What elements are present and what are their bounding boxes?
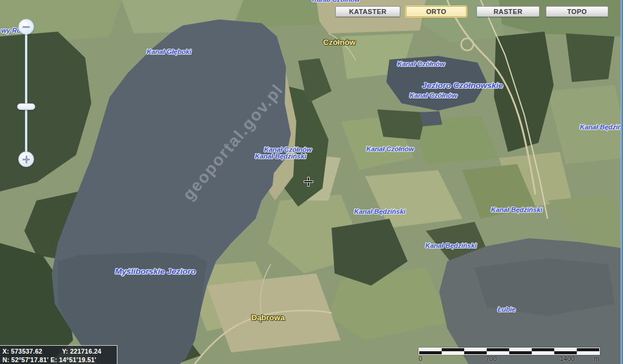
geo-coordinates: N: 52°57'17.81' E: 14°51'19.51' <box>2 355 117 364</box>
scale-tick-0: 0 <box>419 355 422 362</box>
layer-button-topo[interactable]: TOPO <box>546 6 608 17</box>
geoportal-map-view: geoportal.gov.pl Kanał Czółnówwy RóKanał… <box>0 0 623 364</box>
layer-button-raster[interactable]: RASTER <box>476 6 540 17</box>
scale-tick-700: 700 <box>486 355 496 362</box>
x-label: X: <box>2 348 9 355</box>
scale-unit: m <box>594 355 599 362</box>
scale-tick-1400: 1400 <box>560 355 574 362</box>
n-value: 52°57'17.81' <box>12 356 49 363</box>
zoom-slider <box>18 19 35 168</box>
e-label: E: <box>50 356 57 363</box>
zoom-out-button[interactable] <box>18 19 34 35</box>
zoom-slider-track[interactable] <box>25 27 27 160</box>
map-scale-bar: 0 700 1400 m <box>417 347 604 363</box>
scale-bar-strip <box>419 348 600 355</box>
x-value: 573537.62 <box>11 348 42 355</box>
crosshair-icon <box>304 177 313 187</box>
crosshair-horizontal-bar <box>304 181 313 182</box>
scale-bar-row-bottom <box>419 351 599 354</box>
window-right-border <box>621 0 623 364</box>
xy-coordinates: X: 573537.62 Y: 221716.24 <box>2 347 117 355</box>
zoom-in-button[interactable] <box>18 151 34 167</box>
e-value: 14°51'19.51' <box>59 356 96 363</box>
layer-button-orto[interactable]: ORTO <box>406 6 467 17</box>
layer-button-kataster[interactable]: KATASTER <box>335 6 400 17</box>
coordinates-status-bar: X: 573537.62 Y: 221716.24 N: 52°57'17.81… <box>0 345 117 364</box>
minus-icon <box>23 26 30 28</box>
y-label: Y: <box>62 348 68 355</box>
plus-icon-vertical <box>26 156 27 163</box>
y-value: 221716.24 <box>70 348 101 355</box>
n-label: N: <box>2 356 9 363</box>
zoom-slider-handle[interactable] <box>17 103 35 110</box>
